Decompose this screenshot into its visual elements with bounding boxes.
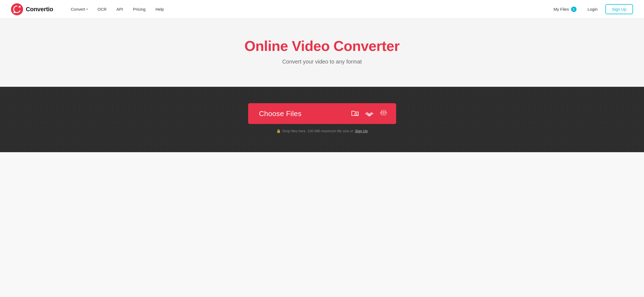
nav-item-ocr[interactable]: OCR xyxy=(93,5,111,14)
file-source-icons xyxy=(349,108,396,120)
lock-icon: 🔒 xyxy=(276,129,281,133)
header: Convertio Convert ▾ OCR API Pricing Help… xyxy=(0,0,644,19)
choose-files-bar[interactable]: Choose Files xyxy=(248,103,396,124)
login-button[interactable]: Login xyxy=(584,5,601,14)
drop-hint-text: Drop files here. 100 MB maximum file siz… xyxy=(282,129,353,133)
folder-search-icon xyxy=(351,109,359,118)
choose-files-label: Choose Files xyxy=(248,109,349,118)
logo[interactable]: Convertio xyxy=(11,3,53,15)
my-files-label: My Files xyxy=(554,7,569,11)
hero-title: Online Video Converter xyxy=(5,38,639,54)
google-drive-icon xyxy=(379,109,388,118)
google-drive-source-button[interactable] xyxy=(378,108,390,120)
nav-item-api[interactable]: API xyxy=(112,5,127,14)
nav-item-convert[interactable]: Convert ▾ xyxy=(66,5,92,14)
drop-hint: 🔒 Drop files here. 100 MB maximum file s… xyxy=(276,129,368,133)
drop-hint-signup-link[interactable]: Sign Up xyxy=(355,129,368,133)
files-count-badge: 1 xyxy=(571,7,577,12)
dropzone-section: Choose Files xyxy=(0,87,644,152)
dropbox-source-button[interactable] xyxy=(363,108,375,120)
signup-button[interactable]: Sign Up xyxy=(605,4,633,14)
url-source-button[interactable] xyxy=(349,108,361,120)
nav-item-pricing[interactable]: Pricing xyxy=(129,5,150,14)
chevron-down-icon: ▾ xyxy=(86,8,88,11)
main-nav: Convert ▾ OCR API Pricing Help xyxy=(66,5,550,14)
logo-text: Convertio xyxy=(26,6,53,13)
header-right: My Files 1 Login Sign Up xyxy=(550,4,633,14)
my-files-button[interactable]: My Files 1 xyxy=(550,4,580,14)
svg-point-0 xyxy=(11,3,23,15)
dropbox-icon xyxy=(365,109,374,118)
logo-icon xyxy=(11,3,23,15)
nav-item-help[interactable]: Help xyxy=(151,5,168,14)
hero-section: Online Video Converter Convert your vide… xyxy=(0,19,644,87)
hero-subtitle: Convert your video to any format xyxy=(5,59,639,65)
